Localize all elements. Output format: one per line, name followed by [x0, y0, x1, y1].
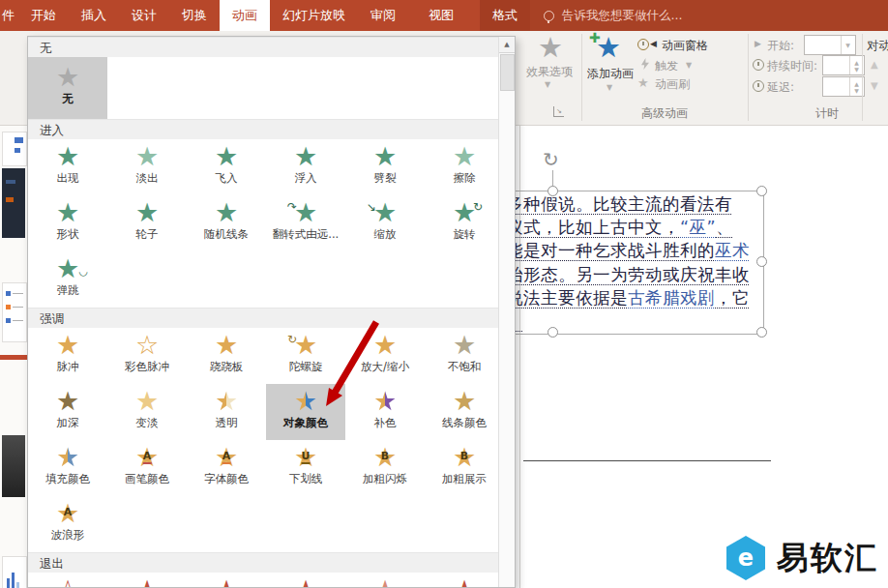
slide-thumbnail[interactable] [2, 282, 27, 342]
move-earlier-icon[interactable]: ▲ [871, 59, 878, 70]
hyperlink[interactable]: “巫” [680, 218, 716, 237]
hyperlink[interactable]: 巫术 [715, 241, 750, 260]
star-burst-icon: ★ [56, 142, 79, 170]
anim-item[interactable]: ★↷翻转式由远... [266, 195, 345, 251]
animation-painter-button[interactable]: 动画刷 [655, 76, 690, 93]
star-lighten-icon: ★ [135, 387, 159, 415]
anim-item[interactable]: ★跷跷板 [187, 328, 266, 384]
star-pulse-icon: ★○ [56, 331, 79, 359]
duration-spinner[interactable]: ▲▼ [822, 55, 865, 75]
tab-insert[interactable]: 插入 [69, 0, 119, 31]
anim-item[interactable]: ★ [266, 573, 345, 588]
slide-thumbnail[interactable] [2, 435, 25, 497]
move-later-icon[interactable]: ▼ [871, 80, 878, 91]
anim-item[interactable]: ★ [345, 573, 425, 588]
slide-thumbnail[interactable] [2, 132, 27, 166]
anim-item[interactable]: ★|劈裂 [345, 139, 425, 195]
handle-bottom-right[interactable] [756, 327, 767, 338]
effect-options-button[interactable]: 效果选项 [519, 64, 579, 80]
spinner-arrows-icon[interactable]: ▲▼ [849, 56, 863, 74]
anim-item-none[interactable]: ★ 无 [28, 57, 107, 119]
watermark-logo: e 易软汇 [726, 536, 878, 580]
tab-slideshow[interactable]: 幻灯片放映 [270, 0, 358, 31]
anim-item[interactable]: ★○形状 [28, 195, 107, 251]
anim-item[interactable]: ★擦除 [425, 139, 504, 195]
anim-item[interactable]: ☆ [28, 573, 107, 588]
start-play-icon: ▶ [755, 39, 761, 48]
tab-review[interactable]: 审阅 [358, 0, 408, 31]
handle-top-center[interactable] [548, 186, 558, 196]
tab-home[interactable]: 开始 [18, 0, 69, 31]
anim-item[interactable]: ★↻旋转 [425, 195, 504, 251]
star-brush-color-icon: ★A [135, 443, 159, 471]
start-dropdown[interactable]: ▼ [804, 35, 856, 55]
anim-item[interactable]: ★ [187, 573, 266, 588]
anim-item[interactable]: ★B加粗展示 [425, 440, 504, 496]
tab-transitions[interactable]: 切换 [169, 0, 220, 31]
slide-thumbnail[interactable] [2, 556, 27, 588]
tab-design[interactable]: 设计 [119, 0, 169, 31]
tab-format[interactable]: 格式 [480, 0, 530, 31]
anim-item[interactable]: ★A字体颜色 [187, 440, 266, 496]
chevron-down-icon: ▼ [607, 83, 612, 92]
anim-item[interactable]: ★ [425, 573, 504, 588]
duration-clock-icon [753, 59, 764, 71]
anim-item[interactable]: ★A波浪形 [28, 496, 107, 552]
tab-animations[interactable]: 动画 [220, 0, 270, 31]
anim-item[interactable]: ★B加粗闪烁 [345, 440, 425, 496]
animation-gallery-dropdown: 无 ★ 无 进入 ★出现 ★淡出 ★↑飞入 ★↑浮入 ★|劈裂 ★擦除 ★○形状… [27, 36, 516, 588]
ribbon-tab-bar: 件 开始 插入 设计 切换 动画 幻灯片放映 审阅 视图 格式 告诉我您想要做什… [0, 0, 888, 31]
scrollbar-thumb[interactable] [500, 54, 515, 91]
trigger-bolt-icon [641, 58, 649, 70]
star-desaturate-icon: ★ [453, 331, 476, 359]
anim-item[interactable]: ★不饱和 [425, 328, 504, 384]
anim-item[interactable]: ★透明 [187, 384, 266, 440]
anim-item[interactable]: ☆彩色脉冲 [107, 328, 187, 384]
anim-item[interactable]: ★淡出 [107, 139, 187, 195]
anim-item[interactable]: ★U下划线 [266, 440, 345, 496]
anim-item[interactable]: ★↑飞入 [187, 139, 266, 195]
dialog-launcher-icon[interactable]: ↘ [553, 106, 564, 117]
anim-item[interactable]: ★A画笔颜色 [107, 440, 187, 496]
tell-me-box[interactable]: 告诉我您想要做什么... [530, 0, 888, 31]
handle-right-middle[interactable] [756, 256, 767, 267]
delay-spinner[interactable]: ▲▼ [822, 76, 865, 97]
anim-item[interactable]: ★线条颜色 [425, 384, 504, 440]
chevron-down-icon[interactable]: ▼ [841, 36, 854, 54]
animation-pane-button[interactable]: 动画窗格 [662, 38, 708, 54]
anim-item[interactable]: ★◡弹跳 [28, 251, 107, 308]
gallery-scrollbar[interactable]: ▲ [498, 37, 515, 587]
pane-arrow-icon: ◀ [650, 39, 657, 48]
handle-bottom-center[interactable] [548, 327, 558, 338]
slide-text-block[interactable]: 多种假说。比较主流的看法有 仪式，比如上古中文，“巫”、 能是对一种乞求战斗胜利… [506, 192, 750, 333]
handle-top-right[interactable] [756, 186, 767, 196]
slide-divider-line[interactable] [523, 460, 771, 461]
watermark-text: 易软汇 [777, 537, 878, 580]
anim-item[interactable]: ★填充颜色 [28, 440, 107, 496]
anim-item[interactable]: ★ [107, 573, 187, 588]
tab-view[interactable]: 视图 [416, 0, 466, 31]
scroll-up-icon[interactable]: ▲ [499, 37, 515, 53]
anim-item[interactable]: ★≡随机线条 [187, 195, 266, 251]
trigger-button[interactable]: 触发 [655, 58, 678, 74]
star-transparency-icon: ★ [215, 387, 238, 415]
star-zoom-icon: ★↘ [373, 198, 397, 226]
anim-item[interactable]: ★加深 [28, 384, 107, 440]
anim-item[interactable]: ★轮子 [107, 195, 187, 251]
star-font-color-icon: ★A [215, 443, 238, 471]
plus-icon: ✚ [589, 30, 601, 45]
anim-item[interactable]: ★出现 [28, 139, 107, 195]
anim-item[interactable]: ★变淡 [107, 384, 187, 440]
anim-item[interactable]: ★↘缩放 [345, 195, 425, 251]
anim-item[interactable]: ★○脉冲 [28, 328, 107, 384]
rotate-handle-icon[interactable]: ↻ [543, 148, 559, 171]
add-animation-button[interactable]: 添加动画 [583, 66, 637, 82]
slide-thumbnail[interactable] [2, 168, 25, 238]
chevron-down-icon: ▼ [545, 80, 550, 89]
tab-file[interactable]: 件 [0, 0, 18, 31]
star-bold-reveal-icon: ★B [453, 443, 476, 471]
spinner-arrows-icon[interactable]: ▲▼ [849, 77, 863, 96]
anim-item[interactable]: ★↑浮入 [266, 139, 345, 195]
hyperlink[interactable]: 古希腊戏剧 [628, 288, 715, 308]
star-wave-icon: ★A [56, 499, 79, 527]
